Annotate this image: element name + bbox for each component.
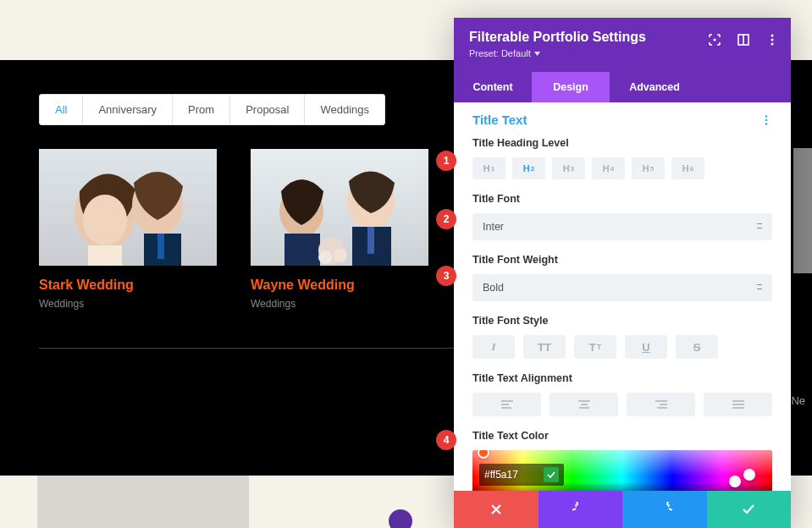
- filter-weddings[interactable]: Weddings: [305, 95, 384, 124]
- label-title-font: Title Font: [472, 193, 772, 205]
- label-text-align: Title Text Alignment: [472, 372, 772, 384]
- builder-toggle-icon[interactable]: [389, 509, 412, 528]
- svg-point-16: [713, 38, 715, 41]
- label-text-color: Title Text Color: [472, 430, 772, 442]
- underline-button[interactable]: U: [625, 335, 667, 359]
- filter-bar: All Anniversary Prom Proposal Weddings: [39, 94, 385, 125]
- portfolio-image: [39, 149, 217, 266]
- svg-rect-5: [157, 234, 164, 259]
- svg-point-24: [765, 123, 768, 125]
- filter-proposal[interactable]: Proposal: [230, 95, 305, 124]
- svg-point-2: [83, 195, 127, 245]
- svg-point-19: [771, 35, 774, 37]
- hex-input[interactable]: [484, 469, 537, 481]
- portfolio-image: [251, 149, 428, 266]
- italic-button[interactable]: I: [472, 335, 515, 359]
- svg-point-22: [765, 115, 768, 118]
- svg-rect-6: [88, 245, 122, 266]
- panel-footer: [454, 491, 791, 528]
- filter-all[interactable]: All: [40, 95, 83, 124]
- title-font-select[interactable]: Inter: [472, 213, 772, 240]
- tab-content[interactable]: Content: [454, 72, 532, 102]
- svg-point-21: [771, 43, 774, 46]
- focus-icon[interactable]: [708, 33, 721, 47]
- label-title-weight: Title Font Weight: [472, 254, 772, 266]
- title-weight-select[interactable]: Bold: [472, 274, 772, 301]
- snap-icon[interactable]: [737, 33, 750, 47]
- preview-below: [37, 476, 249, 528]
- heading-h5[interactable]: H5: [632, 157, 665, 179]
- tab-advanced[interactable]: Advanced: [610, 72, 699, 102]
- annotation-badge-1: 1: [436, 151, 456, 171]
- section-title[interactable]: Title Text: [472, 113, 527, 127]
- portfolio-category: Weddings: [251, 298, 428, 310]
- svg-rect-9: [284, 234, 320, 266]
- annotation-badge-3: 3: [436, 266, 456, 286]
- smallcaps-button[interactable]: TT: [574, 335, 616, 359]
- annotation-badge-4: 4: [436, 430, 456, 450]
- color-picker[interactable]: [472, 450, 772, 491]
- close-button[interactable]: [454, 491, 539, 528]
- font-style-group: I TT TT U S: [472, 335, 772, 359]
- svg-point-20: [771, 39, 774, 41]
- svg-point-14: [318, 250, 332, 264]
- panel-tabs: Content Design Advanced: [454, 72, 791, 102]
- label-heading-level: Title Heading Level: [472, 137, 772, 149]
- svg-point-23: [765, 118, 768, 121]
- label-title-style: Title Font Style: [472, 315, 772, 327]
- heading-h1[interactable]: H1: [472, 157, 505, 179]
- align-left-button[interactable]: [472, 393, 541, 416]
- align-center-button[interactable]: [550, 393, 618, 416]
- hex-confirm-button[interactable]: [544, 467, 559, 482]
- hex-entry: [479, 464, 564, 486]
- align-right-button[interactable]: [627, 393, 695, 416]
- tab-design[interactable]: Design: [532, 72, 610, 102]
- redo-button[interactable]: [622, 491, 707, 528]
- next-link[interactable]: Ne: [791, 394, 805, 407]
- align-justify-button[interactable]: [704, 393, 772, 416]
- save-button[interactable]: [707, 491, 792, 528]
- more-icon[interactable]: [765, 33, 779, 47]
- portfolio-category: Weddings: [39, 298, 217, 310]
- settings-panel: Filterable Portfolio Settings Preset: De…: [454, 18, 791, 528]
- preview-overflow: [793, 148, 812, 273]
- heading-level-group: H1 H2 H3 H4 H5 H6: [472, 157, 772, 179]
- heading-h3[interactable]: H3: [552, 157, 585, 179]
- filter-anniversary[interactable]: Anniversary: [83, 95, 173, 124]
- uppercase-button[interactable]: TT: [523, 335, 566, 359]
- heading-h6[interactable]: H6: [671, 157, 704, 179]
- alignment-group: [472, 393, 772, 416]
- filter-prom[interactable]: Prom: [173, 95, 230, 124]
- portfolio-title: Wayne Wedding: [251, 278, 428, 293]
- heading-h2[interactable]: H2: [512, 157, 545, 179]
- strikethrough-button[interactable]: S: [676, 335, 718, 359]
- preset-dropdown[interactable]: Preset: Default: [469, 48, 540, 58]
- color-handle-icon[interactable]: [729, 476, 755, 487]
- portfolio-card[interactable]: Wayne Wedding Weddings: [251, 149, 428, 310]
- svg-point-15: [334, 249, 347, 262]
- portfolio-card[interactable]: Stark Wedding Weddings: [39, 149, 217, 310]
- heading-h4[interactable]: H4: [592, 157, 625, 179]
- undo-button[interactable]: [539, 491, 623, 528]
- svg-rect-12: [367, 227, 374, 254]
- annotation-badge-2: 2: [436, 209, 456, 229]
- panel-header[interactable]: Filterable Portfolio Settings Preset: De…: [454, 18, 791, 72]
- section-menu-icon[interactable]: [760, 114, 772, 126]
- portfolio-title: Stark Wedding: [39, 278, 217, 293]
